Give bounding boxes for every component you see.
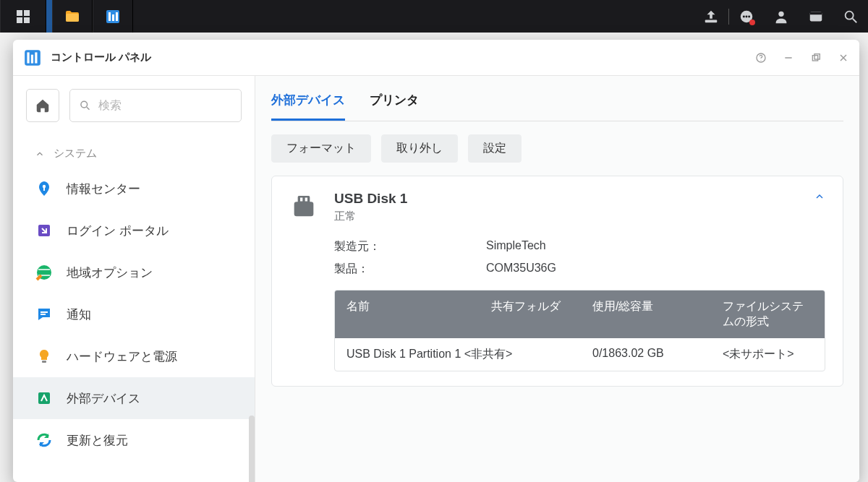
sidebar-item-label: ハードウェアと電源 — [67, 348, 177, 365]
close-button[interactable] — [838, 52, 849, 64]
refresh-icon — [35, 431, 54, 449]
device-card: USB Disk 1 正常 製造元： SimpleTech 製品： COM35U… — [271, 176, 843, 387]
cell-usage: 0/1863.02 GB — [581, 338, 711, 371]
settings-button[interactable]: 設定 — [468, 134, 522, 163]
svg-rect-38 — [42, 361, 46, 363]
device-meta: 製造元： SimpleTech 製品： COM35U36G — [334, 239, 825, 277]
help-button[interactable] — [755, 52, 767, 64]
svg-rect-42 — [294, 202, 314, 216]
sidebar-item-notification[interactable]: 通知 — [13, 293, 255, 335]
bulb-icon — [35, 347, 54, 366]
taskbar-user-icon[interactable] — [764, 0, 799, 33]
usb-disk-icon — [289, 192, 318, 221]
svg-rect-21 — [31, 54, 33, 63]
svg-rect-8 — [116, 12, 118, 21]
svg-point-24 — [760, 59, 761, 60]
control-panel-window: コントロール パネル システム — [13, 40, 859, 482]
sidebar-item-external-devices[interactable]: 外部デバイス — [13, 377, 255, 419]
taskbar-messages-icon[interactable] — [729, 0, 764, 33]
svg-rect-27 — [814, 53, 820, 59]
info-icon — [35, 179, 54, 198]
col-name: 名前 — [335, 291, 480, 338]
svg-point-30 — [81, 101, 88, 108]
sidebar-item-label: 地域オプション — [67, 264, 153, 281]
tab-bar: 外部デバイス プリンタ — [255, 76, 859, 121]
portal-icon — [35, 221, 54, 240]
search-input[interactable] — [98, 99, 232, 112]
chevron-up-icon — [35, 149, 45, 159]
svg-rect-45 — [305, 198, 307, 202]
search-icon — [79, 98, 91, 113]
chat-icon — [35, 305, 54, 324]
control-panel-app-icon — [23, 48, 42, 67]
col-fs: ファイルシステムの形式 — [711, 291, 825, 338]
svg-rect-2 — [17, 17, 22, 23]
taskbar-active-indicator — [46, 0, 52, 33]
sidebar-item-label: ログイン ポータル — [67, 223, 169, 239]
svg-rect-6 — [109, 12, 111, 21]
minimize-button[interactable] — [783, 52, 794, 64]
window-titlebar: コントロール パネル — [13, 40, 859, 76]
sidebar: システム 情報センター ログイン ポータル 地域オプション 通知 ハードウェアと… — [13, 76, 255, 482]
svg-rect-43 — [298, 196, 310, 203]
svg-line-31 — [87, 107, 90, 110]
toolbar: フォーマット 取り外し 設定 — [255, 121, 859, 176]
format-button[interactable]: フォーマット — [271, 134, 371, 163]
svg-point-14 — [778, 11, 783, 16]
svg-point-17 — [846, 11, 854, 19]
sidebar-item-label: 通知 — [67, 306, 91, 323]
sidebar-item-login-portal[interactable]: ログイン ポータル — [13, 210, 255, 251]
taskbar-apps-icon[interactable] — [0, 0, 46, 33]
collapse-toggle[interactable] — [814, 191, 825, 205]
globe-icon — [35, 263, 54, 282]
svg-rect-4 — [66, 14, 79, 22]
col-usage: 使用/総容量 — [581, 291, 711, 338]
sidebar-item-info-center[interactable]: 情報センター — [13, 168, 255, 210]
device-icon — [35, 389, 54, 408]
device-title: USB Disk 1 — [334, 191, 407, 207]
partition-row[interactable]: USB Disk 1 Partition 1 <非共有> 0/1863.02 G… — [335, 338, 825, 371]
col-shared: 共有フォルダ — [480, 291, 581, 338]
taskbar-search-icon[interactable] — [833, 0, 868, 33]
svg-point-12 — [746, 15, 748, 17]
svg-rect-44 — [300, 198, 302, 202]
search-box[interactable] — [69, 89, 242, 122]
svg-rect-16 — [810, 12, 822, 14]
svg-rect-1 — [24, 10, 30, 16]
sidebar-scrollbar[interactable] — [249, 416, 255, 482]
taskbar-upload-icon[interactable] — [694, 0, 728, 33]
maker-value: SimpleTech — [486, 239, 546, 254]
home-button[interactable] — [26, 89, 59, 122]
tab-external-devices[interactable]: 外部デバイス — [271, 92, 345, 121]
sidebar-section-label: システム — [54, 147, 97, 160]
svg-line-18 — [853, 18, 857, 22]
eject-button[interactable]: 取り外し — [381, 134, 458, 163]
sidebar-section-system[interactable]: システム — [13, 135, 255, 168]
svg-rect-36 — [41, 311, 48, 313]
partition-table: 名前 共有フォルダ 使用/総容量 ファイルシステムの形式 USB Disk 1 … — [334, 290, 825, 371]
sidebar-item-hardware-power[interactable]: ハードウェアと電源 — [13, 335, 255, 377]
cell-name-shared: USB Disk 1 Partition 1 <非共有> — [335, 338, 581, 371]
svg-rect-9 — [705, 20, 718, 22]
tab-printers[interactable]: プリンタ — [370, 92, 419, 121]
main-panel: 外部デバイス プリンタ フォーマット 取り外し 設定 USB Disk 1 正常 — [255, 76, 859, 482]
sidebar-item-label: 更新と復元 — [67, 432, 128, 449]
sidebar-item-regional-options[interactable]: 地域オプション — [13, 251, 255, 293]
svg-rect-7 — [112, 14, 114, 21]
maximize-button[interactable] — [810, 52, 822, 64]
cell-fs: <未サポート> — [711, 338, 825, 371]
product-label: 製品： — [334, 262, 486, 277]
svg-rect-22 — [35, 52, 37, 63]
desktop-taskbar — [0, 0, 868, 33]
sidebar-item-update-restore[interactable]: 更新と復元 — [13, 419, 255, 461]
svg-rect-37 — [41, 314, 46, 315]
taskbar-file-manager-icon[interactable] — [52, 0, 93, 33]
device-status: 正常 — [334, 210, 407, 223]
product-value: COM35U36G — [486, 262, 556, 277]
svg-rect-20 — [27, 52, 29, 63]
svg-rect-3 — [24, 17, 30, 23]
taskbar-control-panel-icon[interactable] — [93, 0, 133, 33]
chevron-up-icon — [814, 191, 825, 202]
taskbar-widgets-icon[interactable] — [799, 0, 833, 33]
maker-label: 製造元： — [334, 239, 486, 254]
